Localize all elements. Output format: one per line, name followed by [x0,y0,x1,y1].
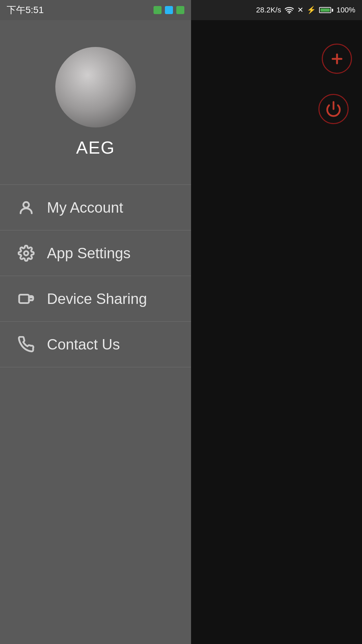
app-settings-label: App Settings [47,245,131,262]
gear-icon [17,244,35,262]
status-bar-left: 下午5:51 [0,0,191,20]
notification-icon-3 [176,6,184,14]
status-time: 下午5:51 [7,4,44,16]
avatar [55,47,136,127]
sidebar-item-my-account[interactable]: My Account [0,185,191,230]
notification-icon-2 [165,6,173,14]
sim-icon: ✕ [297,6,303,14]
battery-icon [319,7,333,13]
wifi-icon [285,7,294,13]
network-speed: 28.2K/s [256,6,281,14]
avatar-section: AEG [0,20,191,184]
right-panel [191,20,362,644]
sidebar-item-app-settings[interactable]: App Settings [0,230,191,276]
svg-point-2 [24,251,28,255]
sidebar-item-device-sharing[interactable]: Device Sharing [0,276,191,322]
power-button[interactable] [318,94,349,124]
share-icon [17,289,35,308]
my-account-label: My Account [47,199,123,216]
battery-percent: 100% [337,6,355,14]
device-sharing-label: Device Sharing [47,290,147,307]
add-button[interactable] [322,44,352,74]
sidebar-item-contact-us[interactable]: Contact Us [0,322,191,367]
svg-rect-3 [19,294,29,303]
menu-list: My Account App Settings Devi [0,184,191,367]
power-icon [325,101,342,117]
status-icons [154,6,184,14]
sidebar: AEG My Account App Settings [0,20,191,644]
contact-us-label: Contact Us [47,336,120,353]
user-name: AEG [76,138,115,158]
notification-icon-1 [154,6,162,14]
phone-icon [17,335,35,354]
plus-icon [329,51,345,66]
status-bar-right: 28.2K/s ✕ ⚡ 100% [191,0,362,20]
user-icon [17,198,35,217]
svg-point-0 [289,13,290,13]
svg-point-1 [23,202,29,208]
charging-icon: ⚡ [307,6,316,14]
